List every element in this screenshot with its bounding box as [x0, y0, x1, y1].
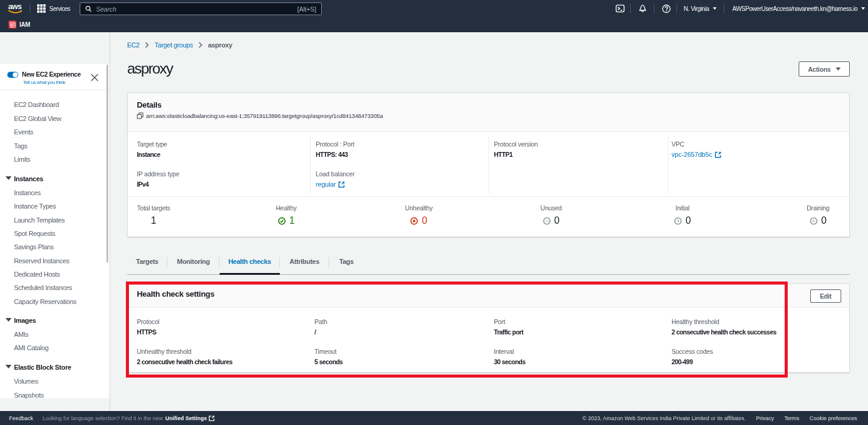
field-protocol-version: Protocol version HTTP1 — [494, 140, 538, 158]
nav-divider — [724, 4, 724, 13]
region-selector[interactable]: N. Virginia — [684, 0, 717, 17]
tab-health-checks[interactable]: Health checks — [220, 252, 280, 274]
copy-icon[interactable] — [137, 112, 144, 119]
favorite-iam[interactable]: IAM — [9, 17, 30, 32]
sidebar-item-scheduled-instances[interactable]: Scheduled Instances — [14, 284, 72, 291]
stat-unused: Unused 0 — [541, 204, 562, 226]
sidebar-item-volumes[interactable]: Volumes — [14, 378, 38, 385]
field-port: Port Traffic port — [494, 318, 523, 336]
load-balancer-link-label: regular — [316, 181, 336, 188]
check-circle-icon — [278, 217, 286, 225]
actions-button[interactable]: Actions — [799, 61, 850, 77]
details-card: Details arn:aws:elasticloadbalancing:us-… — [127, 92, 850, 237]
column-divider — [668, 136, 668, 194]
field-value: Traffic port — [494, 328, 523, 336]
sidebar-item-spot-requests[interactable]: Spot Requests — [14, 230, 55, 237]
collapse-triangle-icon[interactable] — [5, 318, 12, 322]
new-experience-toggle[interactable] — [7, 72, 18, 78]
field-healthy-threshold: Healthy threshold 2 consecutive health c… — [672, 318, 776, 336]
sidebar-item-dedicated-hosts[interactable]: Dedicated Hosts — [14, 271, 60, 278]
help-button[interactable] — [662, 0, 671, 17]
page-title: asproxy — [127, 60, 173, 77]
field-path: Path / — [314, 318, 327, 336]
collapse-triangle-icon[interactable] — [5, 365, 12, 368]
sidebar-item-limits[interactable]: Limits — [14, 156, 30, 163]
sidebar-scrollbar[interactable] — [106, 64, 108, 263]
nav-divider — [654, 4, 654, 13]
stat-value: 1 — [151, 215, 156, 226]
chevron-right-icon — [198, 42, 203, 48]
sidebar-item-ami-catalog[interactable]: AMI Catalog — [14, 344, 49, 351]
sidebar-item-events[interactable]: Events — [14, 128, 33, 136]
feedback-link[interactable]: Feedback — [9, 415, 33, 421]
nav-divider — [676, 4, 677, 13]
sidebar-item-capacity-reservations[interactable]: Capacity Reservations — [14, 298, 77, 305]
terms-link[interactable]: Terms — [784, 415, 799, 421]
tab-targets[interactable]: Targets — [127, 252, 167, 274]
cookie-preferences-link[interactable]: Cookie preferences — [810, 415, 857, 421]
field-value: / — [314, 328, 327, 336]
account-menu[interactable]: AWSPowerUserAccess/navaneeth.kn@harness.… — [732, 0, 865, 17]
sidebar-section-instances[interactable]: Instances — [14, 175, 43, 182]
target-group-arn: arn:aws:elasticloadbalancing:us-east-1:3… — [146, 112, 383, 119]
sidebar-item-reserved-instances[interactable]: Reserved Instances — [14, 257, 69, 264]
field-label: Protocol : Port — [316, 140, 355, 148]
breadcrumb: EC2 Target groups asproxy — [127, 41, 232, 49]
privacy-link[interactable]: Privacy — [756, 415, 774, 421]
tell-us-link[interactable]: Tell us what you think — [23, 80, 65, 85]
field-protocol-port: Protocol : Port HTTPS: 443 — [316, 140, 355, 158]
new-experience-label: New EC2 Experience — [22, 71, 81, 78]
field-load-balancer: Load balancer regular — [316, 170, 355, 188]
field-label: Success codes — [672, 348, 713, 355]
field-timeout: Timeout 5 seconds — [314, 348, 342, 365]
unified-settings-link[interactable]: Unified Settings — [165, 415, 207, 421]
notifications-button[interactable] — [638, 0, 647, 17]
help-icon — [662, 4, 671, 13]
vpc-link[interactable]: vpc-2657db5c — [672, 151, 721, 158]
sidebar-item-ec2-dashboard[interactable]: EC2 Dashboard — [14, 101, 59, 108]
tab-monitoring[interactable]: Monitoring — [167, 252, 220, 274]
close-icon[interactable] — [91, 74, 99, 82]
field-label: Port — [494, 318, 523, 325]
collapse-triangle-icon[interactable] — [5, 176, 12, 180]
chevron-down-icon — [861, 7, 865, 10]
sidebar-item-amis[interactable]: AMIs — [14, 331, 29, 338]
sidebar-item-ec2-global-view[interactable]: EC2 Global View — [14, 115, 61, 122]
field-value: 30 seconds — [494, 358, 526, 365]
breadcrumb-current: asproxy — [208, 41, 232, 49]
chevron-down-icon — [713, 7, 717, 10]
toggle-knob — [13, 72, 18, 77]
tab-tags[interactable]: Tags — [329, 252, 364, 274]
tab-attributes[interactable]: Attributes — [280, 252, 329, 274]
sidebar-item-instances[interactable]: Instances — [14, 189, 41, 196]
favorites-bar: IAM — [0, 17, 868, 32]
edit-button[interactable]: Edit — [810, 289, 841, 303]
sidebar-item-savings-plans[interactable]: Savings Plans — [14, 243, 54, 251]
load-balancer-link[interactable]: regular — [316, 181, 355, 188]
sidebar-item-instance-types[interactable]: Instance Types — [14, 202, 56, 210]
field-value: 5 seconds — [314, 358, 342, 365]
field-label: Healthy threshold — [672, 318, 776, 325]
sidebar-section-elastic-block-store[interactable]: Elastic Block Store — [14, 364, 71, 371]
field-value: HTTP1 — [494, 151, 538, 158]
stat-value: 0 — [686, 215, 691, 226]
field-value: 200-499 — [672, 358, 713, 365]
section-divider — [128, 196, 849, 197]
details-card-header: Details arn:aws:elasticloadbalancing:us-… — [128, 93, 849, 132]
account-label: AWSPowerUserAccess/navaneeth.kn@harness.… — [732, 5, 858, 12]
footer: Feedback Looking for language selection?… — [0, 411, 868, 425]
stat-initial: Initial 0 — [674, 204, 691, 226]
breadcrumb-ec2[interactable]: EC2 — [127, 41, 139, 49]
aws-console-page: aws Services Search [Alt+S] — [0, 0, 868, 425]
iam-service-icon — [9, 21, 16, 29]
breadcrumb-target-groups[interactable]: Target groups — [155, 41, 193, 49]
sidebar-item-snapshots[interactable]: Snapshots — [14, 392, 44, 399]
field-label: Interval — [494, 348, 526, 355]
sidebar-item-launch-templates[interactable]: Launch Templates — [14, 216, 64, 224]
sidebar-item-tags[interactable]: Tags — [14, 142, 27, 150]
field-label: VPC — [672, 140, 721, 148]
cloudshell-button[interactable] — [616, 0, 625, 17]
external-link-icon — [715, 151, 721, 158]
sidebar-section-images[interactable]: Images — [14, 317, 36, 324]
iam-glyph-icon — [10, 22, 16, 28]
